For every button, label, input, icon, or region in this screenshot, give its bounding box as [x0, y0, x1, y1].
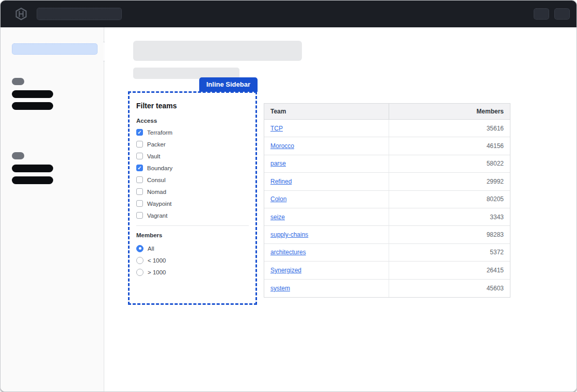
- members-count: 5372: [389, 244, 510, 261]
- radio-row[interactable]: All: [136, 242, 249, 254]
- top-nav: [1, 1, 576, 27]
- checkbox-label: Packer: [147, 141, 166, 148]
- team-link[interactable]: Refined: [270, 178, 292, 185]
- access-options-list: ✓ Terraform ✓ Packer ✓ Vault ✓ Boundary …: [136, 126, 249, 221]
- app-sidebar: [1, 27, 104, 391]
- radio-label: < 1000: [148, 257, 166, 264]
- radio-row[interactable]: < 1000: [136, 254, 249, 266]
- nav-action-placeholder-2: [554, 8, 570, 20]
- sidebar-item-skeleton: [12, 176, 53, 184]
- radio-dot-icon: [139, 247, 141, 250]
- table-row: Morocco 46156: [264, 137, 510, 155]
- checkbox[interactable]: ✓: [136, 176, 143, 183]
- table-row: system 45603: [264, 280, 510, 297]
- checkbox-row[interactable]: ✓ Vault: [136, 150, 249, 162]
- sidebar-item-skeleton: [12, 90, 53, 98]
- checkbox-label: Nomad: [147, 189, 166, 195]
- team-link[interactable]: Morocco: [270, 142, 294, 150]
- hashicorp-logo-icon: [14, 7, 28, 21]
- team-link[interactable]: Colon: [270, 195, 286, 203]
- checkbox-row[interactable]: ✓ Vagrant: [136, 209, 249, 221]
- table-row: Colon 80205: [264, 191, 510, 208]
- checkbox-label: Boundary: [147, 165, 172, 171]
- filter-title: Filter teams: [136, 102, 249, 110]
- team-link[interactable]: TCP: [270, 125, 283, 132]
- checkbox-row[interactable]: ✓ Nomad: [136, 186, 249, 198]
- table-body: TCP 35616 Morocco 46156 parse 58022 Refi…: [264, 120, 510, 297]
- main-content: Inline Sidebar Filter teams Access ✓ Ter…: [105, 27, 576, 391]
- checkbox[interactable]: ✓: [136, 129, 143, 136]
- sidebar-section-label-skeleton: [12, 152, 24, 159]
- inline-sidebar-label: Inline Sidebar: [199, 77, 258, 92]
- team-cell: Morocco: [264, 137, 389, 154]
- checkbox-row[interactable]: ✓ Terraform: [136, 126, 249, 138]
- members-group-label: Members: [136, 232, 249, 238]
- checkbox[interactable]: ✓: [136, 188, 143, 195]
- radio-button[interactable]: [136, 269, 143, 276]
- check-icon: ✓: [137, 166, 141, 171]
- team-link[interactable]: seize: [270, 214, 285, 221]
- checkbox-row[interactable]: ✓ Waypoint: [136, 198, 249, 209]
- team-cell: TCP: [264, 120, 389, 137]
- checkbox-label: Vault: [147, 153, 160, 159]
- checkbox[interactable]: ✓: [136, 141, 143, 148]
- radio-label: > 1000: [148, 269, 166, 275]
- team-cell: Colon: [264, 191, 389, 208]
- members-count: 26415: [389, 262, 510, 279]
- checkbox-row[interactable]: ✓ Boundary: [136, 162, 249, 174]
- sidebar-active-item-skeleton: [12, 43, 98, 55]
- checkbox-label: Vagrant: [147, 213, 167, 219]
- filter-divider: [136, 225, 249, 226]
- checkbox-row[interactable]: ✓ Consul: [136, 174, 249, 186]
- members-count: 80205: [389, 191, 510, 208]
- team-cell: Refined: [264, 173, 389, 190]
- team-cell: Synergized: [264, 262, 389, 279]
- members-options-list: All < 1000 > 1000: [136, 242, 249, 278]
- access-group-label: Access: [136, 118, 249, 124]
- team-link[interactable]: system: [270, 285, 290, 292]
- nav-action-placeholder-1: [534, 8, 549, 20]
- members-count: 35616: [389, 120, 510, 137]
- radio-button[interactable]: [136, 245, 143, 252]
- table-row: seize 3343: [264, 208, 510, 226]
- checkbox[interactable]: ✓: [136, 200, 143, 207]
- sidebar-section-label-skeleton: [12, 78, 24, 85]
- teams-table: Team Members TCP 35616 Morocco 46156 par…: [264, 103, 510, 298]
- members-count: 58022: [389, 155, 510, 172]
- column-header-team: Team: [264, 104, 389, 119]
- nav-search-placeholder: [37, 8, 122, 20]
- inline-sidebar-annotation-box: Inline Sidebar Filter teams Access ✓ Ter…: [128, 91, 257, 305]
- table-row: supply-chains 98283: [264, 226, 510, 243]
- team-link[interactable]: parse: [270, 160, 286, 167]
- checkbox-row[interactable]: ✓ Packer: [136, 138, 249, 150]
- table-header: Team Members: [264, 104, 510, 120]
- table-row: Synergized 26415: [264, 262, 510, 279]
- checkbox[interactable]: ✓: [136, 165, 143, 171]
- sidebar-item-skeleton: [12, 165, 53, 172]
- checkbox-label: Terraform: [147, 129, 172, 136]
- team-cell: architectures: [264, 244, 389, 261]
- table-row: TCP 35616: [264, 120, 510, 137]
- checkbox[interactable]: ✓: [136, 153, 143, 159]
- team-link[interactable]: architectures: [270, 249, 306, 256]
- radio-button[interactable]: [136, 257, 143, 264]
- team-cell: system: [264, 280, 389, 297]
- team-cell: parse: [264, 155, 389, 172]
- team-cell: seize: [264, 208, 389, 225]
- members-count: 46156: [389, 137, 510, 154]
- page-title-skeleton: [133, 41, 302, 61]
- table-row: parse 58022: [264, 155, 510, 173]
- column-header-members: Members: [389, 104, 510, 119]
- checkbox[interactable]: ✓: [136, 212, 143, 219]
- radio-label: All: [148, 246, 154, 252]
- checkbox-label: Waypoint: [147, 201, 172, 207]
- members-count: 45603: [389, 280, 510, 297]
- sidebar-item-skeleton: [12, 102, 53, 110]
- team-link[interactable]: supply-chains: [270, 231, 308, 238]
- team-link[interactable]: Synergized: [270, 267, 301, 274]
- members-count: 29992: [389, 173, 510, 190]
- checkbox-label: Consul: [147, 177, 166, 183]
- radio-row[interactable]: > 1000: [136, 266, 249, 278]
- members-count: 3343: [389, 208, 510, 225]
- table-row: Refined 29992: [264, 173, 510, 190]
